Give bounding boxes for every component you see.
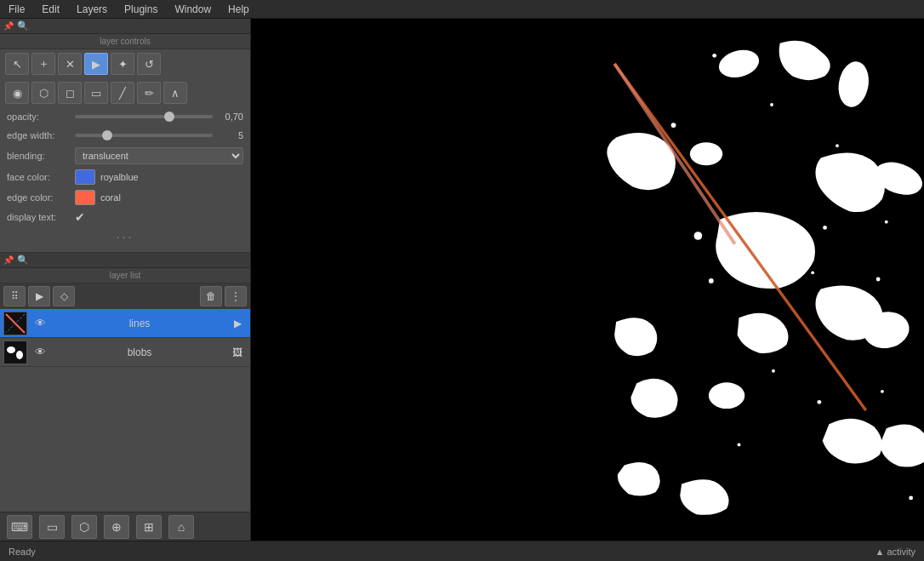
layer-controls-label: layer controls	[0, 34, 250, 49]
canvas-area[interactable]	[251, 19, 924, 541]
layer-eye-lines[interactable]: 👁	[31, 314, 49, 333]
rect-select-btn[interactable]: ◻	[58, 82, 82, 104]
svg-point-10	[770, 103, 773, 106]
circle-select-btn[interactable]: ◉	[5, 82, 29, 104]
layer-thumb-blobs	[3, 341, 27, 364]
svg-rect-3	[4, 341, 26, 364]
list-search-icon: 🔍	[17, 255, 29, 266]
svg-point-13	[690, 142, 722, 165]
svg-point-15	[694, 232, 703, 240]
menu-help[interactable]: Help	[220, 2, 258, 17]
svg-rect-6	[264, 19, 910, 541]
delete-tool-btn[interactable]: ✕	[58, 53, 82, 75]
new-shapes-btn[interactable]: ▶	[28, 286, 50, 306]
edge-color-name: coral	[100, 192, 121, 203]
opacity-slider[interactable]	[75, 115, 213, 118]
menu-plugins[interactable]: Plugins	[116, 2, 166, 17]
layer-controls-section: 📌 🔍 layer controls ↖ ＋ ✕ ▶ ✦ ↺ ◉ ⬡ ◻ ▭ ╱…	[0, 19, 250, 253]
blending-label: blending:	[7, 151, 75, 161]
blending-row: blending: translucent normal multiply	[0, 145, 250, 167]
layer-type-icon-lines: ▶	[228, 314, 247, 333]
home-btn[interactable]: ⌂	[168, 515, 194, 539]
layer-name-lines: lines	[51, 318, 228, 329]
lasso-select-btn[interactable]: ⬡	[31, 82, 55, 104]
brush-btn[interactable]: ╱	[111, 82, 134, 104]
left-panel: 📌 🔍 layer controls ↖ ＋ ✕ ▶ ✦ ↺ ◉ ⬡ ◻ ▭ ╱…	[0, 19, 251, 541]
blending-select[interactable]: translucent normal multiply	[75, 147, 243, 164]
edge-color-label: edge color:	[7, 192, 75, 203]
svg-point-27	[909, 496, 913, 501]
edge-width-slider-wrap	[75, 134, 213, 137]
svg-point-20	[876, 278, 881, 282]
tools-row-1: ↖ ＋ ✕ ▶ ✦ ↺	[0, 49, 250, 78]
list-pin-icon: 📌	[3, 255, 14, 265]
menubar: File Edit Layers Plugins Window Help	[0, 0, 924, 19]
edge-width-slider[interactable]	[75, 134, 213, 137]
layer-menu-btn[interactable]: ⋮	[225, 286, 247, 306]
polygon-btn[interactable]: ∧	[163, 82, 187, 104]
svg-point-24	[817, 400, 821, 404]
overlay-btn[interactable]: ⊕	[104, 515, 129, 539]
list-top-bar: 📌 🔍	[0, 253, 250, 268]
svg-point-9	[712, 54, 716, 58]
tools-row-2: ◉ ⬡ ◻ ▭ ╱ ✏ ∧	[0, 78, 250, 107]
opacity-slider-wrap	[75, 115, 213, 118]
menu-window[interactable]: Window	[166, 2, 220, 17]
display-text-checkbox[interactable]: ✔	[75, 210, 85, 224]
svg-point-26	[738, 443, 741, 446]
add-tool-btn[interactable]: ＋	[31, 53, 55, 75]
layer-list-label: layer list	[0, 268, 250, 283]
display-text-row: display text: ✔	[0, 208, 250, 226]
statusbar: Ready ▲ activity	[0, 541, 924, 561]
layer-list-section: 📌 🔍 layer list ⠿ ▶ ◇ 🗑 ⋮	[0, 253, 250, 512]
activity-btn[interactable]: ▲ activity	[875, 547, 915, 557]
console-btn[interactable]: ⌨	[7, 515, 32, 539]
move-tool-btn[interactable]: ▶	[84, 53, 108, 75]
svg-point-4	[7, 346, 15, 353]
edge-width-label: edge width:	[7, 130, 75, 140]
canvas-btn[interactable]: ▭	[39, 515, 65, 539]
rotate-tool-btn[interactable]: ↺	[137, 53, 161, 75]
svg-point-12	[836, 144, 839, 147]
face-color-label: face color:	[7, 172, 75, 182]
face-color-name: royalblue	[100, 172, 139, 182]
status-text: Ready	[9, 547, 36, 557]
transform-tool-btn[interactable]: ✦	[111, 53, 134, 75]
free-select-btn[interactable]: ▭	[84, 82, 108, 104]
select-tool-btn[interactable]: ↖	[5, 53, 29, 75]
menu-edit[interactable]: Edit	[33, 2, 68, 17]
layer-thumb-lines	[3, 312, 27, 335]
delete-layer-btn[interactable]: 🗑	[200, 286, 222, 306]
new-points-btn[interactable]: ⠿	[3, 286, 26, 306]
svg-point-23	[772, 369, 775, 373]
new-labels-btn[interactable]: ◇	[53, 286, 75, 306]
layer-type-icon-blobs: 🖼	[228, 343, 247, 362]
canvas-svg	[251, 19, 924, 541]
grid-btn[interactable]: ⊞	[136, 515, 162, 539]
svg-point-19	[811, 271, 814, 274]
main-layout: 📌 🔍 layer controls ↖ ＋ ✕ ▶ ✦ ↺ ◉ ⬡ ◻ ▭ ╱…	[0, 19, 924, 541]
svg-point-17	[885, 220, 888, 224]
edge-color-swatch[interactable]	[75, 190, 95, 205]
pen-btn[interactable]: ✏	[137, 82, 161, 104]
svg-point-5	[16, 351, 23, 359]
layer-row-lines[interactable]: 👁 lines ▶	[0, 309, 250, 338]
layer-list-toolbar: ⠿ ▶ ◇ 🗑 ⋮	[0, 283, 250, 309]
footer-bar: ⌨ ▭ ⬡ ⊕ ⊞ ⌂	[0, 512, 250, 541]
opacity-label: opacity:	[7, 112, 75, 122]
display-text-label: display text:	[7, 212, 75, 222]
layer-eye-blobs[interactable]: 👁	[31, 343, 49, 362]
layer-name-blobs: blobs	[51, 346, 228, 358]
menu-layers[interactable]: Layers	[68, 2, 116, 17]
edge-color-row: edge color: coral	[0, 187, 250, 208]
search-icon: 🔍	[17, 20, 29, 31]
edge-width-row: edge width: 5	[0, 126, 250, 145]
face-color-swatch[interactable]	[75, 169, 95, 185]
menu-file[interactable]: File	[0, 2, 33, 17]
svg-point-16	[823, 226, 827, 230]
svg-point-21	[709, 278, 714, 283]
layer-row-blobs[interactable]: 👁 blobs 🖼	[0, 338, 250, 367]
face-color-row: face color: royalblue	[0, 167, 250, 187]
shapes-btn[interactable]: ⬡	[71, 515, 97, 539]
expand-dots[interactable]: ···	[0, 226, 250, 247]
